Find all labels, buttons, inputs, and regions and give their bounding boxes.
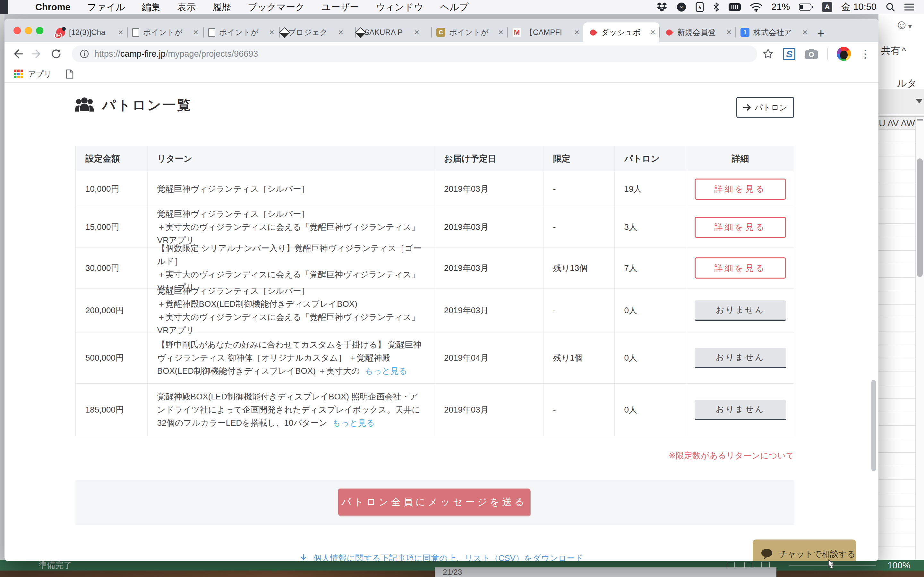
tab-ポイントが[interactable]: ポイントが×	[431, 23, 507, 42]
chrome-menu-icon[interactable]: ⋮	[860, 48, 871, 59]
spotlight-search-icon[interactable]	[885, 2, 895, 12]
apps-bookmark-label[interactable]: アプリ	[28, 69, 52, 79]
new-tab-button[interactable]: +	[817, 27, 825, 40]
menu-item-0[interactable]: Chrome	[27, 0, 79, 14]
menu-item-6[interactable]: ユーザー	[313, 0, 367, 14]
page-bookmark-icon[interactable]	[66, 69, 73, 79]
site-info-icon[interactable]	[79, 49, 89, 59]
tab-close-icon[interactable]: ×	[338, 28, 343, 37]
tab-【CAMPFI[interactable]: 【CAMPFI×	[507, 23, 583, 42]
tab-close-icon[interactable]: ×	[118, 28, 123, 37]
menu-clock[interactable]: 金 10:50	[841, 1, 877, 13]
wifi-icon[interactable]	[750, 2, 762, 12]
tab-株式会社ア[interactable]: 株式会社ア×	[735, 23, 811, 42]
excel-scrollbar-thumb[interactable]	[917, 158, 923, 277]
column-header-1: 設定金額	[76, 146, 148, 171]
tab-close-icon[interactable]: ×	[269, 28, 274, 37]
tab-ダッシュボ[interactable]: ダッシュボ×	[583, 23, 659, 42]
close-window-button[interactable]	[13, 27, 21, 34]
reload-button[interactable]	[51, 48, 61, 59]
share-button[interactable]: 共有	[881, 44, 900, 57]
bluetooth-icon[interactable]	[713, 2, 719, 12]
dropbox-icon[interactable]	[656, 2, 667, 12]
creative-cloud-icon[interactable]: ∞	[676, 2, 687, 12]
s-extension-icon[interactable]: S	[783, 47, 796, 60]
arrow-right-icon	[743, 104, 751, 111]
tab-ポイントが[interactable]: ポイントが×	[127, 23, 203, 42]
tab-title: プロジェク	[288, 27, 336, 37]
excel-column-AV[interactable]: AV	[886, 117, 900, 129]
keyboard-icon[interactable]	[728, 3, 741, 11]
menu-item-3[interactable]: 表示	[169, 0, 204, 14]
collapse-ribbon-icon[interactable]: ^	[901, 45, 906, 56]
forward-button[interactable]	[31, 48, 42, 59]
limited-cell: 残り13個	[543, 247, 615, 288]
tab-close-icon[interactable]: ×	[574, 28, 580, 37]
tab-[12(3)]Cha[interactable]: [12(3)]Cha×	[51, 23, 127, 42]
view-details-button[interactable]: 詳細を見る	[695, 217, 786, 238]
menu-item-5[interactable]: ブックマーク	[239, 0, 313, 14]
excel-grid-cells[interactable]	[879, 129, 915, 560]
chat-widget[interactable]: チャットで相談する	[753, 540, 856, 561]
excel-column-U[interactable]: U	[879, 117, 886, 129]
patrons-group-icon	[74, 97, 94, 113]
fullscreen-window-button[interactable]	[36, 27, 43, 34]
input-source-badge[interactable]: A	[822, 2, 832, 12]
excel-ribbon-panel	[879, 89, 924, 114]
tab-close-icon[interactable]: ×	[193, 28, 198, 37]
window-controls	[13, 19, 43, 42]
dropdown-triangle-icon[interactable]	[916, 99, 923, 103]
background-page-strip: 21/23	[435, 567, 776, 577]
patron-count-cell: 7人	[615, 247, 687, 288]
chat-widget-label: チャットで相談する	[779, 548, 855, 560]
patron-link-button[interactable]: パトロン	[736, 97, 794, 118]
more-link[interactable]: もっと見る	[333, 418, 375, 428]
tab-close-icon[interactable]: ×	[650, 28, 656, 37]
tab-close-icon[interactable]: ×	[414, 28, 419, 37]
bookmark-star-icon[interactable]	[762, 48, 774, 60]
menu-item-4[interactable]: 履歴	[204, 0, 239, 14]
url-text[interactable]: https://camp-fire.jp/mypage/projects/966…	[94, 49, 258, 59]
tab-close-icon[interactable]: ×	[498, 28, 503, 37]
view-details-button[interactable]: 詳細を見る	[695, 258, 786, 279]
no-patrons-button: おりません	[695, 300, 786, 321]
limited-cell: 残り1個	[543, 332, 615, 384]
message-all-patrons-button[interactable]: パトロン全員にメッセージを送る	[338, 488, 530, 516]
address-bar[interactable]: https://camp-fire.jp/mypage/projects/966…	[72, 45, 757, 62]
back-button[interactable]	[12, 48, 23, 59]
smiley-feedback-icon[interactable]: ☺▾	[895, 17, 912, 32]
content-scrollbar-thumb[interactable]	[871, 380, 876, 471]
no-patrons-button: おりません	[695, 348, 786, 368]
column-header-6: 詳細	[686, 146, 794, 171]
gmail-icon	[512, 28, 521, 37]
tab-ポイントが[interactable]: ポイントが×	[203, 23, 279, 42]
limited-cell: -	[543, 171, 615, 207]
more-link[interactable]: もっと見る	[365, 366, 407, 376]
view-details-button[interactable]: 詳細を見る	[695, 179, 786, 200]
tab-SAKURA P[interactable]: SAKURA P×	[355, 23, 431, 42]
excel-column-AW[interactable]: AW	[900, 117, 915, 129]
limited-returns-note-link[interactable]: ※限定数があるリターンについて	[5, 450, 795, 461]
minimize-window-button[interactable]	[25, 27, 32, 34]
bookmark-app-icon[interactable]: ★	[696, 2, 704, 12]
tab-title: ポイントが	[449, 27, 496, 37]
menu-item-8[interactable]: ヘルプ	[431, 0, 477, 14]
camera-extension-icon[interactable]	[804, 48, 818, 59]
split-handle[interactable]	[917, 119, 923, 121]
menu-item-1[interactable]: ファイル	[79, 0, 134, 14]
tab-プロジェク[interactable]: プロジェク×	[279, 23, 355, 42]
profile-avatar[interactable]	[837, 47, 851, 61]
csv-download-link[interactable]: 個人情報に関する下記事項に同意の上、リスト（CSV）をダウンロード	[5, 553, 879, 561]
menu-item-7[interactable]: ウィンドウ	[367, 0, 431, 14]
zoom-percent[interactable]: 100%	[887, 560, 911, 571]
background-window-edge	[0, 14, 5, 561]
delivery-date-cell: 2019年03月	[435, 384, 543, 436]
tab-close-icon[interactable]: ×	[803, 28, 808, 37]
apps-grid-icon[interactable]	[14, 69, 23, 78]
no-patrons-button: おりません	[695, 400, 786, 420]
excel-scrollbar[interactable]	[915, 117, 924, 560]
notification-center-icon[interactable]	[904, 3, 914, 11]
tab-新規会員登[interactable]: 新規会員登×	[659, 23, 735, 42]
tab-close-icon[interactable]: ×	[726, 28, 732, 37]
menu-item-2[interactable]: 編集	[134, 0, 169, 14]
